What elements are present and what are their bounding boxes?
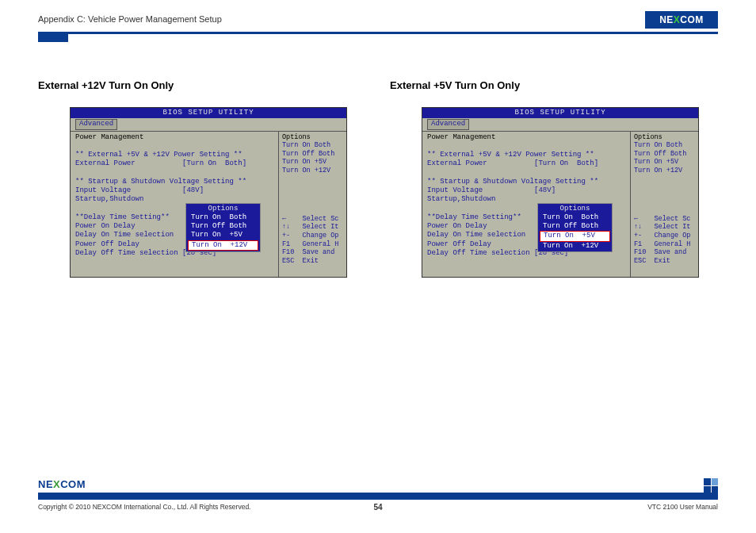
bios-side-panel: Options Turn On Both Turn Off Both Turn … — [630, 132, 698, 278]
bios-screenshot: BIOS SETUP UTILITY Advanced Power Manage… — [422, 107, 699, 278]
column-external-5v: External +5V Turn On Only BIOS SETUP UTI… — [390, 79, 718, 278]
logo-part-com: COM — [680, 14, 704, 25]
bios-main-panel: Power Management ** External +5V & +12V … — [422, 132, 630, 278]
side-option: Turn On +5V — [634, 158, 695, 167]
bios-line — [75, 142, 273, 151]
copyright-text: Copyright © 2010 NEXCOM International Co… — [38, 503, 250, 511]
bios-line: External Power [Turn On Both] — [75, 159, 273, 168]
breadcrumb: Appendix C: Vehicle Power Management Set… — [38, 14, 718, 24]
bios-line: External Power [Turn On Both] — [427, 159, 625, 168]
side-option: Turn On +5V — [282, 158, 343, 167]
header-rule — [38, 32, 718, 34]
side-option: Turn Off Both — [634, 150, 695, 159]
footer-logo: NEXCOM — [38, 478, 86, 490]
side-heading: Options — [634, 133, 695, 142]
legend-row: F10 Save and — [282, 248, 343, 257]
legend-row: F1 General H — [634, 240, 695, 249]
footer-text-row: Copyright © 2010 NEXCOM International Co… — [38, 503, 718, 511]
bios-tab-advanced: Advanced — [427, 119, 469, 129]
legend-row: ESC Exit — [282, 257, 343, 266]
bios-tab-advanced: Advanced — [75, 119, 117, 129]
bios-screenshot: BIOS SETUP UTILITY Advanced Power Manage… — [70, 107, 347, 278]
bios-line — [75, 169, 273, 178]
bios-options-popup: Options Turn On Both Turn Off Both Turn … — [537, 203, 613, 252]
bios-line — [427, 142, 625, 151]
legend-row: ↑↓ Select It — [282, 223, 343, 232]
legend-row: ← Select Sc — [634, 215, 695, 224]
bios-options-popup: Options Turn On Both Turn Off Both Turn … — [185, 203, 261, 252]
popup-option: Turn On +12V — [538, 242, 612, 251]
header-tab-decoration — [38, 32, 68, 42]
legend-row: F1 General H — [282, 240, 343, 249]
bios-heading: Power Management — [427, 133, 625, 142]
footer-logo-ne: NE — [38, 478, 53, 490]
bios-line: ** External +5V & +12V Power Setting ** — [427, 151, 625, 159]
popup-option-selected: Turn On +5V — [540, 231, 610, 241]
bios-titlebar: BIOS SETUP UTILITY — [422, 108, 698, 118]
bios-tabrow: Advanced — [71, 118, 346, 131]
bios-line — [427, 169, 625, 178]
bios-side-panel: Options Turn On Both Turn Off Both Turn … — [278, 132, 346, 278]
side-heading: Options — [282, 133, 343, 142]
legend-row: F10 Save and — [634, 248, 695, 257]
legend-row: ← Select Sc — [282, 215, 343, 224]
logo-part-ne: NE — [659, 14, 674, 25]
popup-option: Turn On +5V — [186, 231, 260, 240]
footer-squares-icon — [704, 478, 718, 493]
bios-body: Power Management ** External +5V & +12V … — [422, 132, 698, 278]
column-external-12v: External +12V Turn On Only BIOS SETUP UT… — [38, 79, 366, 278]
side-option: Turn On Both — [634, 141, 695, 150]
footer-rule — [38, 493, 718, 500]
logo-part-x: X — [674, 14, 681, 25]
bios-body: Power Management ** External +5V & +12V … — [71, 132, 346, 278]
bios-heading: Power Management — [75, 133, 273, 142]
content-row: External +12V Turn On Only BIOS SETUP UT… — [38, 79, 718, 278]
side-option: Turn On +12V — [634, 167, 695, 175]
legend-row: ESC Exit — [634, 257, 695, 266]
column-title: External +12V Turn On Only — [38, 79, 366, 91]
popup-option: Turn On Both — [538, 213, 612, 222]
bios-line: ** Startup & Shutdown Voltage Setting ** — [427, 178, 625, 186]
bios-titlebar: BIOS SETUP UTILITY — [71, 108, 346, 118]
column-title: External +5V Turn On Only — [390, 79, 718, 91]
popup-title: Options — [186, 205, 260, 213]
side-option: Turn On Both — [282, 141, 343, 150]
legend-row: ↑↓ Select It — [634, 223, 695, 232]
bios-line: ** Startup & Shutdown Voltage Setting ** — [75, 178, 273, 186]
legend-row: +- Change Op — [282, 232, 343, 240]
bios-tabrow: Advanced — [422, 118, 698, 131]
footer-logo-com: COM — [60, 478, 86, 490]
popup-option-selected: Turn On +12V — [188, 240, 258, 251]
bios-line: Input Voltage [48V] — [75, 186, 273, 195]
footer-logo-x: X — [53, 478, 60, 490]
popup-option: Turn On Both — [186, 213, 260, 222]
bios-line: ** External +5V & +12V Power Setting ** — [75, 151, 273, 159]
popup-option: Turn Off Both — [186, 222, 260, 231]
popup-option: Turn Off Both — [538, 222, 612, 231]
bios-line: Input Voltage [48V] — [427, 186, 625, 195]
side-option: Turn On +12V — [282, 167, 343, 175]
side-option: Turn Off Both — [282, 150, 343, 159]
legend-row: +- Change Op — [634, 232, 695, 240]
brand-logo: NEXCOM — [645, 11, 718, 29]
manual-name: VTC 2100 User Manual — [647, 503, 718, 511]
popup-title: Options — [538, 205, 612, 213]
bios-main-panel: Power Management ** External +5V & +12V … — [71, 132, 278, 278]
